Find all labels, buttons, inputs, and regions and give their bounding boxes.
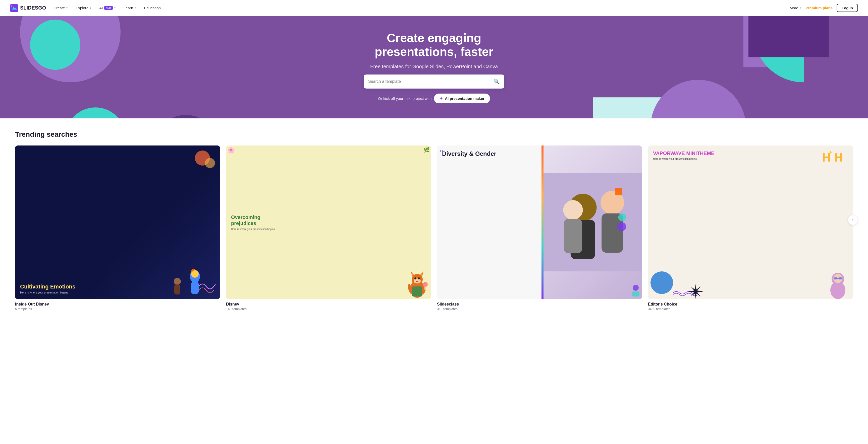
nav-item-more[interactable]: More ▾ [789,5,801,11]
ai-star-icon: ✦ [439,96,443,101]
svg-point-3 [30,20,81,70]
card3-shapes-icon [631,283,641,298]
ai-cta-row: Or kick off your next project with ✦ AI … [378,94,490,103]
card1-decoration-circle2 [205,158,215,168]
card-label-inside-out: Inside Out Disney [15,302,220,307]
svg-rect-48 [834,277,837,279]
svg-rect-28 [412,286,422,297]
card3-people-icon [544,145,642,299]
svg-point-25 [414,277,416,279]
chevron-down-icon: ▾ [114,6,116,9]
chevron-down-icon: ▾ [800,6,801,9]
card1-sub: Here is where your presentation begins [20,291,75,294]
svg-point-46 [830,281,845,299]
svg-marker-51 [688,284,703,299]
card4-sunburst-icon [688,284,703,299]
hero-content: Create engaging presentations, faster Fr… [346,31,522,103]
card1-character-icon [185,269,205,299]
search-icon: 🔍 [494,78,500,84]
hero-subtitle: Free templates for Google Slides, PowerP… [370,64,498,69]
svg-point-16 [174,278,181,285]
card3-title: Diversity & Gender [442,150,637,157]
login-button[interactable]: Log in [837,4,858,12]
svg-point-5 [153,115,218,118]
card4-star-icon: ✦ [829,149,833,155]
card3-background: " Diversity & Gender [437,145,642,299]
card-label-slidesclass: Slidesclass [437,302,642,307]
card-inside-out[interactable]: Cultivating Emotions Here is where your … [15,145,220,311]
nav-item-explore[interactable]: Explore ▾ [75,5,92,11]
card4-circle-icon [651,271,673,294]
nav-item-ai[interactable]: AI NEW ▾ [99,5,116,11]
card1-background: Cultivating Emotions Here is where your … [15,145,220,299]
trending-section: Trending searches [0,118,868,319]
ai-btn-label: AI presentation maker [445,96,485,101]
logo-icon [10,4,18,12]
card3-people-photo [544,145,642,299]
carousel-next-button[interactable]: › [848,215,858,225]
card4-background: H H ✦ [648,145,853,299]
card-count-disney: 140 templates [226,307,431,311]
card2-flowers2-icon: 🌿 [424,147,430,153]
svg-point-4 [65,107,126,118]
svg-rect-49 [839,277,842,279]
svg-point-41 [618,213,626,221]
card2-title: Overcoming prejudices [231,214,262,226]
card3-left: Diversity & Gender [442,150,637,157]
nav-item-education[interactable]: Education [144,5,161,11]
hero-section: Create engaging presentations, faster Fr… [0,16,868,118]
svg-point-31 [423,282,428,287]
premium-plans-button[interactable]: Premium plans [805,6,833,10]
chevron-right-icon: › [852,218,854,222]
chevron-down-icon: ▾ [66,6,68,9]
chevron-down-icon: ▾ [90,6,91,9]
card-label-editors-choice: Editor's Choice [648,302,853,307]
nav-item-create[interactable]: Create ▾ [53,5,68,11]
ai-new-badge: NEW [104,6,113,10]
card-disney[interactable]: 🌸 🌿 [226,145,431,311]
svg-rect-44 [632,292,640,297]
card-image-slidesclass: " Diversity & Gender [437,145,642,299]
card2-flowers-icon: 🌸 [227,147,235,154]
ai-cta-text: Or kick off your next project with [378,96,432,101]
card1-title: Cultivating Emotions [20,283,75,290]
card2-fox-icon [405,266,430,299]
navbar: SLIDESGO Create ▾ Explore ▾ AI NEW ▾ Lea… [0,0,868,16]
card4-title: VAPORWAVE MINITHEME [653,150,714,156]
svg-point-27 [416,281,418,282]
svg-point-26 [418,277,420,279]
card4-figure-icon [827,271,849,299]
navbar-right: More ▾ Premium plans Log in [789,4,858,12]
ai-presentation-maker-button[interactable]: ✦ AI presentation maker [434,94,490,103]
card-image-disney: 🌸 🌿 [226,145,431,299]
cards-row: Cultivating Emotions Here is where your … [15,145,853,311]
svg-rect-17 [174,284,180,295]
svg-rect-1 [11,5,12,6]
logo[interactable]: SLIDESGO [10,4,46,12]
svg-rect-42 [617,222,626,231]
svg-point-11 [651,80,746,118]
search-input[interactable] [368,79,491,84]
svg-point-43 [633,285,639,291]
svg-point-38 [563,200,583,220]
hero-title: Create engaging presentations, faster [346,31,522,59]
logo-text: SLIDESGO [20,5,46,11]
card-slidesclass[interactable]: " Diversity & Gender [437,145,642,311]
card-count-inside-out: 5 templates [15,307,220,311]
nav-item-learn[interactable]: Learn ▾ [123,5,136,11]
card-count-editors-choice: 3489 templates [648,307,853,311]
card-label-disney: Disney [226,302,431,307]
card-count-slidesclass: 319 templates [437,307,642,311]
search-bar: 🔍 [364,74,504,89]
card-image-inside-out: Cultivating Emotions Here is where your … [15,145,220,299]
svg-rect-39 [564,219,582,253]
svg-rect-32 [425,286,426,290]
chevron-down-icon: ▾ [135,6,136,9]
svg-rect-40 [615,188,622,195]
card2-background: 🌸 🌿 [226,145,431,299]
navbar-left: SLIDESGO Create ▾ Explore ▾ AI NEW ▾ Lea… [10,4,161,12]
card-editors-choice[interactable]: H H ✦ [648,145,853,311]
svg-rect-12 [748,16,829,57]
card-image-editors-choice: H H ✦ [648,145,853,299]
card2-sub: Here is where your presentation begins [231,228,287,231]
